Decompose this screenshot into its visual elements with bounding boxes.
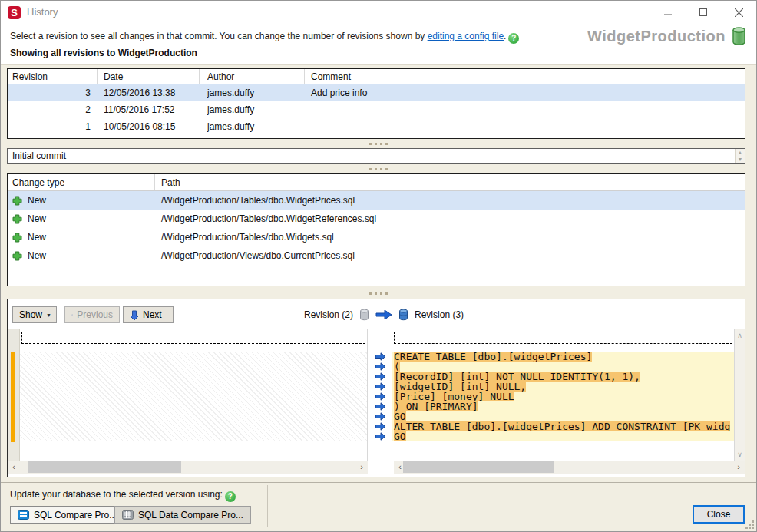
title-bar: S History [1, 1, 756, 24]
column-header-change-type[interactable]: Change type [8, 174, 155, 190]
revision-cell: 3 [8, 84, 98, 101]
next-button[interactable]: Next [123, 306, 174, 323]
scrollbar-gap [368, 461, 394, 474]
scroll-up-icon[interactable]: ∧ [737, 332, 742, 339]
scroll-down-icon[interactable]: ∨ [737, 451, 742, 458]
history-window: S History Select a revision to see all c… [0, 0, 757, 532]
vertical-scrollbar[interactable]: ∧∨ [734, 329, 745, 461]
author-cell: james.duffy [200, 84, 305, 101]
change-path: /WidgetProduction/Tables/dbo.Widgets.sql [155, 228, 745, 246]
change-row[interactable]: New /WidgetProduction/Tables/dbo.WidgetR… [8, 210, 745, 228]
change-row[interactable]: New /WidgetProduction/Tables/dbo.Widgets… [8, 228, 745, 246]
scroll-right-icon[interactable]: › [355, 461, 368, 474]
close-button[interactable]: Close [693, 505, 745, 524]
revision-cell: 1 [8, 118, 98, 135]
changes-table: Change type Path New /WidgetProduction/T… [7, 173, 745, 286]
show-button-label: Show [19, 309, 42, 320]
code-line: [Price] [money] NULL [392, 392, 734, 401]
resize-grip[interactable] [745, 520, 755, 530]
revision-cell: 2 [8, 101, 98, 118]
scroll-left-icon[interactable]: ‹ [8, 461, 20, 474]
revision-compare-labels: Revision (2) Revision (3) [304, 306, 464, 323]
maximize-icon[interactable] [686, 1, 721, 24]
splitter-handle[interactable] [1, 140, 756, 147]
missing-lines-hatch [20, 352, 367, 441]
sql-compare-button[interactable]: SQL Compare Pro... [10, 506, 124, 524]
change-arrow-icon [375, 362, 386, 371]
right-horizontal-scrollbar[interactable]: ‹ › [394, 461, 745, 474]
scrollbar-thumb[interactable] [403, 461, 554, 473]
date-cell: 12/05/2016 13:38 [98, 84, 200, 101]
column-header-path[interactable]: Path [155, 174, 745, 190]
right-diff-pane[interactable]: CREATE TABLE [dbo].[widgetPrices] ( [Rec… [392, 329, 734, 461]
change-overview-gutter [8, 329, 20, 461]
comment-scrollbar[interactable]: ▲▼ [735, 149, 745, 163]
code-line: GO [392, 411, 734, 421]
new-plus-icon [12, 214, 22, 224]
scroll-up-icon[interactable]: ▲ [738, 149, 743, 156]
right-revision-label: Revision (3) [415, 309, 464, 320]
database-icon [731, 26, 747, 46]
database-badge: WidgetProduction [587, 26, 747, 46]
change-arrow-icon [375, 382, 386, 391]
change-path: /WidgetProduction/Tables/dbo.WidgetRefer… [155, 210, 745, 228]
arrow-up-icon [71, 310, 73, 320]
column-header-date[interactable]: Date [98, 69, 200, 84]
splitter-handle[interactable] [1, 289, 756, 297]
change-type-label: New [28, 228, 46, 246]
window-controls [650, 1, 756, 24]
horizontal-scrollbars: ‹ › ‹ › [8, 461, 745, 474]
change-row[interactable]: New /WidgetProduction/Views/dbo.CurrentP… [8, 246, 745, 265]
redgate-logo-icon: S [8, 6, 21, 19]
diff-content: CREATE TABLE [dbo].[widgetPrices] ( [Rec… [8, 329, 745, 461]
comment-cell [305, 118, 745, 135]
column-header-revision[interactable]: Revision [8, 69, 98, 84]
code-line: ALTER TABLE [dbo].[widgetPrices] ADD CON… [392, 421, 734, 431]
change-path: /WidgetProduction/Tables/dbo.WidgetPrice… [155, 191, 745, 210]
scrollbar-thumb[interactable] [28, 461, 181, 473]
left-revision-database-icon [359, 309, 369, 321]
revision-row-2[interactable]: 2 11/05/2016 17:52 james.duffy [8, 101, 745, 118]
date-cell: 10/05/2016 08:15 [98, 118, 200, 135]
changes-table-header: Change type Path [8, 174, 745, 191]
diff-arrow-gutter [367, 329, 392, 461]
commit-message-box[interactable]: Initial commit ▲▼ [7, 148, 745, 164]
help-icon[interactable]: ? [225, 491, 236, 502]
code-line: GO [392, 431, 734, 441]
minimize-icon[interactable] [650, 1, 686, 24]
header-area: Select a revision to see all changes in … [1, 24, 756, 65]
left-horizontal-scrollbar[interactable]: ‹ › [8, 461, 368, 474]
arrow-down-icon [130, 310, 139, 320]
next-button-label: Next [143, 309, 162, 320]
instruction-prefix: Select a revision to see all changes in … [10, 31, 428, 41]
left-revision-label: Revision (2) [304, 309, 353, 320]
revision-table: Revision Date Author Comment 3 12/05/201… [7, 68, 745, 139]
show-button[interactable]: Show▼ [12, 306, 57, 323]
code-line: ) ON [PRIMARY] [392, 401, 734, 411]
code-line: ( [392, 362, 734, 372]
sql-code-block: CREATE TABLE [dbo].[widgetPrices] ( [Rec… [392, 352, 734, 441]
chevron-down-icon: ▼ [46, 312, 51, 318]
revision-row-3[interactable]: 3 12/05/2016 13:38 james.duffy Add price… [8, 84, 745, 101]
change-arrow-icon [375, 352, 386, 361]
config-file-link[interactable]: editing a config file [428, 31, 504, 41]
revision-row-1[interactable]: 1 10/05/2016 08:15 james.duffy [8, 118, 745, 135]
sql-data-compare-button[interactable]: SQL Data Compare Pro... [114, 506, 251, 524]
column-header-comment[interactable]: Comment [305, 69, 745, 84]
author-cell: james.duffy [200, 118, 305, 135]
help-icon[interactable]: ? [508, 33, 519, 44]
change-marker-bar [11, 352, 15, 442]
scroll-down-icon[interactable]: ▼ [738, 156, 743, 163]
scroll-right-icon[interactable]: › [732, 461, 745, 474]
change-row[interactable]: New /WidgetProduction/Tables/dbo.WidgetP… [8, 191, 745, 210]
left-diff-pane[interactable] [20, 329, 367, 461]
close-window-icon[interactable] [721, 1, 756, 24]
author-cell: james.duffy [200, 101, 305, 118]
previous-button[interactable]: Previous [64, 306, 120, 323]
splitter-handle[interactable] [1, 165, 756, 173]
change-arrow-icon [375, 432, 386, 441]
column-header-author[interactable]: Author [200, 69, 305, 84]
change-arrow-icon [375, 392, 386, 401]
compare-direction-arrow-icon [375, 309, 392, 320]
change-arrow-icon [375, 412, 386, 421]
